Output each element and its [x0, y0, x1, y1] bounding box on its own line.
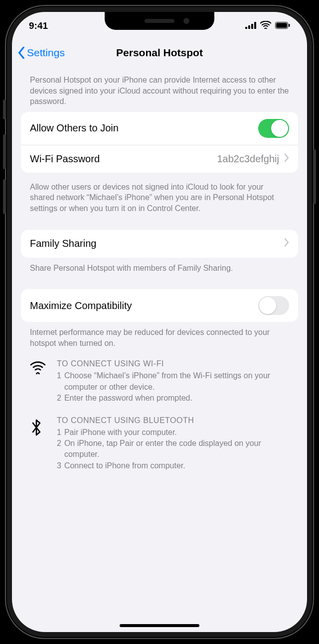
svg-rect-0	[245, 27, 247, 29]
max-compat-row[interactable]: Maximize Compatibility	[21, 289, 298, 322]
allow-others-label: Allow Others to Join	[30, 122, 119, 134]
max-compat-toggle[interactable]	[258, 296, 289, 315]
wifi-icon	[30, 359, 48, 404]
bt-step-2: 2On iPhone, tap Pair or enter the code d…	[57, 438, 289, 460]
page-title: Personal Hotspot	[116, 47, 203, 59]
wifi-step-1: 1Choose “Michael’s iPhone” from the Wi-F…	[57, 370, 289, 393]
max-compat-label: Maximize Compatibility	[30, 300, 132, 312]
battery-icon	[275, 20, 290, 31]
intro-text: Personal Hotspot on your iPhone can prov…	[21, 66, 298, 112]
wifi-instruct-title: TO CONNECT USING WI-FI	[57, 359, 289, 368]
svg-rect-1	[248, 25, 250, 29]
chevron-left-icon	[18, 47, 25, 59]
family-sharing-row[interactable]: Family Sharing	[21, 230, 298, 258]
bt-instructions: TO CONNECT USING BLUETOOTH 1Pair iPhone …	[21, 404, 298, 472]
wifi-icon	[260, 20, 271, 31]
cellular-icon	[245, 20, 256, 31]
svg-rect-2	[251, 24, 253, 29]
allow-others-toggle[interactable]	[258, 119, 289, 138]
wifi-password-row[interactable]: Wi-Fi Password 1ab2c3defghij	[21, 145, 298, 173]
allow-others-row[interactable]: Allow Others to Join	[21, 112, 298, 145]
family-sharing-label: Family Sharing	[30, 238, 96, 249]
back-button[interactable]: Settings	[18, 47, 65, 59]
svg-rect-3	[254, 22, 256, 29]
compat-footer: Internet performance may be reduced for …	[21, 322, 298, 353]
allow-footer: Allow other users or devices not signed …	[21, 173, 298, 219]
chevron-right-icon	[284, 153, 289, 165]
back-label: Settings	[27, 47, 65, 59]
bt-instruct-title: TO CONNECT USING BLUETOOTH	[57, 416, 289, 425]
navbar: Settings Personal Hotspot	[12, 40, 307, 66]
home-indicator[interactable]	[120, 624, 199, 627]
bt-step-3: 3Connect to iPhone from computer.	[57, 460, 289, 471]
svg-rect-6	[289, 24, 290, 27]
status-time: 9:41	[29, 20, 48, 31]
wifi-password-label: Wi-Fi Password	[30, 153, 100, 165]
family-footer: Share Personal Hotspot with members of F…	[21, 258, 298, 279]
bluetooth-icon	[30, 416, 48, 472]
chevron-right-icon	[284, 238, 289, 249]
wifi-instructions: TO CONNECT USING WI-FI 1Choose “Michael’…	[21, 353, 298, 404]
wifi-password-value: 1ab2c3defghij	[217, 153, 279, 165]
wifi-step-2: 2Enter the password when prompted.	[57, 393, 289, 404]
bt-step-1: 1Pair iPhone with your computer.	[57, 427, 289, 438]
svg-rect-5	[276, 23, 287, 28]
